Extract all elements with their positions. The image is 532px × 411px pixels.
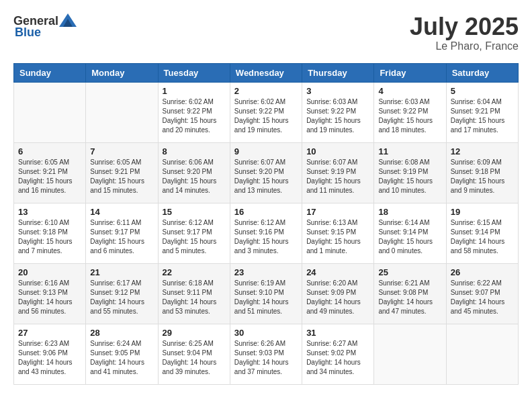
- calendar-week-row: 6Sunrise: 6:05 AM Sunset: 9:21 PM Daylig…: [14, 142, 519, 203]
- calendar-day-cell: 29Sunrise: 6:25 AM Sunset: 9:04 PM Dayli…: [158, 324, 230, 384]
- day-number: 24: [306, 267, 369, 277]
- day-number: 12: [451, 146, 514, 156]
- day-info: Sunrise: 6:10 AM Sunset: 9:18 PM Dayligh…: [18, 218, 81, 256]
- day-info: Sunrise: 6:22 AM Sunset: 9:07 PM Dayligh…: [451, 279, 514, 316]
- day-number: 29: [163, 328, 226, 338]
- calendar-day-cell: 13Sunrise: 6:10 AM Sunset: 9:18 PM Dayli…: [14, 203, 86, 263]
- calendar-day-cell: 26Sunrise: 6:22 AM Sunset: 9:07 PM Dayli…: [446, 263, 518, 324]
- calendar-day-cell: 8Sunrise: 6:06 AM Sunset: 9:20 PM Daylig…: [158, 142, 230, 203]
- calendar-day-cell: 7Sunrise: 6:05 AM Sunset: 9:21 PM Daylig…: [86, 142, 158, 203]
- day-number: 22: [163, 267, 226, 277]
- day-info: Sunrise: 6:17 AM Sunset: 9:12 PM Dayligh…: [90, 279, 153, 316]
- day-number: 26: [451, 267, 514, 277]
- day-info: Sunrise: 6:18 AM Sunset: 9:11 PM Dayligh…: [163, 279, 226, 316]
- day-number: 15: [163, 207, 226, 217]
- page-header: General Blue July 2025 Le Pharo, France: [13, 13, 519, 52]
- day-info: Sunrise: 6:16 AM Sunset: 9:13 PM Dayligh…: [18, 279, 81, 316]
- day-number: 27: [18, 328, 81, 338]
- day-number: 10: [306, 146, 369, 156]
- day-info: Sunrise: 6:05 AM Sunset: 9:21 PM Dayligh…: [90, 158, 153, 195]
- day-info: Sunrise: 6:25 AM Sunset: 9:04 PM Dayligh…: [163, 339, 226, 377]
- day-number: 7: [90, 146, 153, 156]
- calendar-day-cell: 27Sunrise: 6:23 AM Sunset: 9:06 PM Dayli…: [14, 324, 86, 384]
- weekday-header-row: SundayMondayTuesdayWednesdayThursdayFrid…: [14, 63, 519, 82]
- day-info: Sunrise: 6:12 AM Sunset: 9:17 PM Dayligh…: [163, 218, 226, 256]
- calendar-day-cell: 11Sunrise: 6:08 AM Sunset: 9:19 PM Dayli…: [374, 142, 446, 203]
- day-number: 8: [163, 146, 226, 156]
- day-info: Sunrise: 6:27 AM Sunset: 9:02 PM Dayligh…: [306, 339, 369, 377]
- day-info: Sunrise: 6:24 AM Sunset: 9:05 PM Dayligh…: [90, 339, 153, 377]
- day-number: 1: [163, 86, 226, 96]
- day-info: Sunrise: 6:09 AM Sunset: 9:18 PM Dayligh…: [451, 158, 514, 195]
- calendar-week-row: 13Sunrise: 6:10 AM Sunset: 9:18 PM Dayli…: [14, 203, 519, 263]
- day-number: 5: [451, 86, 514, 96]
- day-number: 28: [90, 328, 153, 338]
- day-number: 30: [234, 328, 298, 338]
- calendar-day-cell: 24Sunrise: 6:20 AM Sunset: 9:09 PM Dayli…: [302, 263, 374, 324]
- calendar-day-cell: 12Sunrise: 6:09 AM Sunset: 9:18 PM Dayli…: [446, 142, 518, 203]
- calendar-day-cell: [14, 82, 86, 142]
- day-number: 23: [234, 267, 298, 277]
- day-info: Sunrise: 6:08 AM Sunset: 9:19 PM Dayligh…: [378, 158, 441, 195]
- location-title: Le Pharo, France: [410, 40, 519, 52]
- calendar-day-cell: 28Sunrise: 6:24 AM Sunset: 9:05 PM Dayli…: [86, 324, 158, 384]
- calendar-day-cell: 5Sunrise: 6:04 AM Sunset: 9:21 PM Daylig…: [446, 82, 518, 142]
- calendar-day-cell: 3Sunrise: 6:03 AM Sunset: 9:22 PM Daylig…: [302, 82, 374, 142]
- calendar-day-cell: 19Sunrise: 6:15 AM Sunset: 9:14 PM Dayli…: [446, 203, 518, 263]
- calendar-day-cell: 31Sunrise: 6:27 AM Sunset: 9:02 PM Dayli…: [302, 324, 374, 384]
- day-info: Sunrise: 6:02 AM Sunset: 9:22 PM Dayligh…: [163, 97, 226, 135]
- calendar-day-cell: 1Sunrise: 6:02 AM Sunset: 9:22 PM Daylig…: [158, 82, 230, 142]
- day-number: 16: [234, 207, 298, 217]
- weekday-header: Wednesday: [230, 63, 302, 82]
- calendar-day-cell: [86, 82, 158, 142]
- day-number: 2: [234, 86, 298, 96]
- weekday-header: Saturday: [446, 63, 518, 82]
- calendar-day-cell: 17Sunrise: 6:13 AM Sunset: 9:15 PM Dayli…: [302, 203, 374, 263]
- calendar-day-cell: 14Sunrise: 6:11 AM Sunset: 9:17 PM Dayli…: [86, 203, 158, 263]
- day-info: Sunrise: 6:26 AM Sunset: 9:03 PM Dayligh…: [234, 339, 298, 377]
- calendar-day-cell: 21Sunrise: 6:17 AM Sunset: 9:12 PM Dayli…: [86, 263, 158, 324]
- calendar-day-cell: 18Sunrise: 6:14 AM Sunset: 9:14 PM Dayli…: [374, 203, 446, 263]
- day-number: 17: [306, 207, 369, 217]
- day-number: 18: [378, 207, 441, 217]
- day-info: Sunrise: 6:21 AM Sunset: 9:08 PM Dayligh…: [378, 279, 441, 316]
- day-info: Sunrise: 6:15 AM Sunset: 9:14 PM Dayligh…: [451, 218, 514, 256]
- day-info: Sunrise: 6:14 AM Sunset: 9:14 PM Dayligh…: [378, 218, 441, 256]
- calendar-day-cell: 25Sunrise: 6:21 AM Sunset: 9:08 PM Dayli…: [374, 263, 446, 324]
- day-info: Sunrise: 6:03 AM Sunset: 9:22 PM Dayligh…: [306, 97, 369, 135]
- day-info: Sunrise: 6:05 AM Sunset: 9:21 PM Dayligh…: [18, 158, 81, 195]
- weekday-header: Tuesday: [158, 63, 230, 82]
- calendar-day-cell: 10Sunrise: 6:07 AM Sunset: 9:19 PM Dayli…: [302, 142, 374, 203]
- weekday-header: Thursday: [302, 63, 374, 82]
- calendar-week-row: 1Sunrise: 6:02 AM Sunset: 9:22 PM Daylig…: [14, 82, 519, 142]
- logo-blue-text: Blue: [15, 26, 41, 40]
- day-number: 13: [18, 207, 81, 217]
- day-info: Sunrise: 6:02 AM Sunset: 9:22 PM Dayligh…: [234, 97, 298, 135]
- calendar-day-cell: [374, 324, 446, 384]
- calendar-day-cell: 20Sunrise: 6:16 AM Sunset: 9:13 PM Dayli…: [14, 263, 86, 324]
- day-number: 14: [90, 207, 153, 217]
- month-title: July 2025: [410, 13, 519, 40]
- calendar-week-row: 20Sunrise: 6:16 AM Sunset: 9:13 PM Dayli…: [14, 263, 519, 324]
- calendar-day-cell: 4Sunrise: 6:03 AM Sunset: 9:22 PM Daylig…: [374, 82, 446, 142]
- weekday-header: Sunday: [14, 63, 86, 82]
- day-number: 19: [451, 207, 514, 217]
- logo: General Blue: [13, 13, 77, 40]
- day-info: Sunrise: 6:11 AM Sunset: 9:17 PM Dayligh…: [90, 218, 153, 256]
- day-number: 20: [18, 267, 81, 277]
- day-number: 9: [234, 146, 298, 156]
- calendar-day-cell: 9Sunrise: 6:07 AM Sunset: 9:20 PM Daylig…: [230, 142, 302, 203]
- day-number: 11: [378, 146, 441, 156]
- calendar-table: SundayMondayTuesdayWednesdayThursdayFrid…: [13, 63, 519, 385]
- day-number: 21: [90, 267, 153, 277]
- day-number: 6: [18, 146, 81, 156]
- logo-icon: [59, 13, 77, 27]
- day-info: Sunrise: 6:04 AM Sunset: 9:21 PM Dayligh…: [451, 97, 514, 135]
- calendar-day-cell: 15Sunrise: 6:12 AM Sunset: 9:17 PM Dayli…: [158, 203, 230, 263]
- day-info: Sunrise: 6:23 AM Sunset: 9:06 PM Dayligh…: [18, 339, 81, 377]
- calendar-day-cell: 22Sunrise: 6:18 AM Sunset: 9:11 PM Dayli…: [158, 263, 230, 324]
- day-number: 4: [378, 86, 441, 96]
- calendar-day-cell: 6Sunrise: 6:05 AM Sunset: 9:21 PM Daylig…: [14, 142, 86, 203]
- day-number: 3: [306, 86, 369, 96]
- calendar-day-cell: 23Sunrise: 6:19 AM Sunset: 9:10 PM Dayli…: [230, 263, 302, 324]
